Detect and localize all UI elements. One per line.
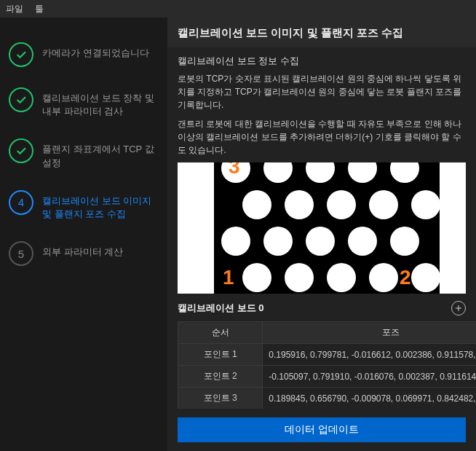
marker-3: 3	[229, 162, 240, 179]
description-text: 갠트리 로봇에 대한 캘리브레이션을 수행할 때 자유도 부족으로 인해 하나 …	[178, 117, 466, 162]
content-panel: 캘리브레이션 보드 이미지 및 플랜지 포즈 수집 캘리브레이션 보드 정보 수…	[167, 17, 476, 451]
col-order: 순서	[178, 322, 263, 344]
add-board-button[interactable]	[451, 301, 466, 315]
check-icon	[9, 138, 33, 163]
step-label: 캘리브레이션 보드 장착 및 내부 파라미터 검사	[42, 87, 159, 118]
step-label: 외부 파라미터 계산	[42, 241, 123, 259]
step-2[interactable]: 캘리브레이션 보드 장착 및 내부 파라미터 검사	[0, 77, 167, 128]
step-4[interactable]: 4 캘리브레이션 보드 이미지 및 플랜지 포즈 수집	[0, 180, 167, 231]
check-icon	[9, 42, 33, 67]
step-3[interactable]: 플랜지 좌표계에서 TCP 값 설정	[0, 128, 167, 179]
pose-value: 0.195916, 0.799781, -0.016612, 0.002386,…	[263, 344, 476, 366]
pose-table: 순서 포즈 포인트 1 0.195916, 0.799781, -0.01661…	[178, 321, 476, 409]
section-title: 캘리브레이션 보드 정보 수집	[178, 47, 466, 72]
description-text: 로봇의 TCP가 숫자로 표시된 캘리브레이션 원의 중심에 하나씩 닿도록 위…	[178, 72, 466, 117]
step-5[interactable]: 5 외부 파라미터 계산	[0, 231, 167, 276]
board-title: 캘리브레이션 보드 0	[178, 302, 263, 315]
menu-tools[interactable]: 툴	[35, 3, 44, 15]
menu-bar: 파일 툴	[0, 0, 476, 17]
pose-value: -0.105097, 0.791910, -0.016076, 0.002387…	[263, 366, 476, 388]
marker-1: 1	[223, 266, 234, 289]
step-label: 카메라가 연결되었습니다	[42, 42, 149, 60]
row-label: 포인트 1	[178, 344, 263, 366]
marker-2: 2	[400, 266, 411, 289]
plus-icon	[453, 303, 464, 313]
col-pose: 포즈	[263, 322, 476, 344]
step-label: 캘리브레이션 보드 이미지 및 플랜지 포즈 수집	[42, 190, 159, 221]
step-number-icon: 4	[9, 190, 33, 215]
check-icon	[9, 87, 33, 112]
row-label: 포인트 2	[178, 366, 263, 388]
menu-file[interactable]: 파일	[6, 3, 23, 15]
calibration-board-image: 1 2 3	[178, 162, 466, 294]
step-number-icon: 5	[9, 241, 33, 266]
row-label: 포인트 3	[178, 388, 263, 409]
table-row[interactable]: 포인트 1 0.195916, 0.799781, -0.016612, 0.0…	[178, 344, 477, 366]
page-title: 캘리브레이션 보드 이미지 및 플랜지 포즈 수집	[167, 17, 476, 47]
step-1[interactable]: 카메라가 연결되었습니다	[0, 32, 167, 77]
table-row[interactable]: 포인트 2 -0.105097, 0.791910, -0.016076, 0.…	[178, 366, 477, 388]
table-row[interactable]: 포인트 3 0.189845, 0.656790, -0.009078, 0.0…	[178, 388, 477, 409]
step-label: 플랜지 좌표계에서 TCP 값 설정	[42, 138, 159, 169]
wizard-steps-sidebar: 카메라가 연결되었습니다 캘리브레이션 보드 장착 및 내부 파라미터 검사 플…	[0, 17, 167, 451]
pose-value: 0.189845, 0.656790, -0.009078, 0.069971,…	[263, 388, 476, 409]
update-data-button[interactable]: 데이터 업데이트	[178, 417, 466, 442]
